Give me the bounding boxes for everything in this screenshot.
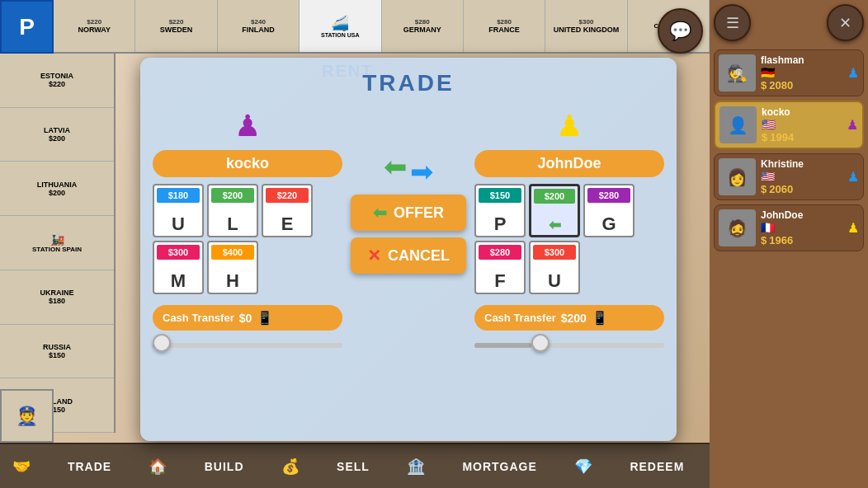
player-avatar-johndoe: 🧔 — [719, 209, 756, 246]
player-info-flashman: flashman 🇩🇪 $ 2080 — [761, 54, 842, 92]
left-cell-station-spain: 🚂 STATION SPAIN — [0, 216, 114, 270]
bottom-nav: 🤝 TRADE 🏠 BUILD 💰 SELL 🏦 MORTGAGE 💎 REDE… — [0, 443, 710, 488]
player-card-kocko[interactable]: 👤 kocko 🇺🇸 $ 1994 ♟ — [714, 101, 864, 149]
redeem-icon: 💎 — [574, 458, 592, 476]
board-cell-0: $220 NORWAY — [54, 0, 135, 52]
build-icon: 🏠 — [149, 458, 167, 476]
property-card-G[interactable]: $280 G — [583, 184, 634, 237]
left-pawn-icon: ♟ — [153, 109, 342, 143]
board-cell-station: 🚄 STATION USA — [300, 0, 381, 52]
player-info-khristine: Khristine 🇺🇸 $ 2060 — [761, 158, 842, 195]
property-card-L[interactable]: $200 L — [207, 184, 258, 237]
chat-icon: 💬 — [669, 21, 691, 42]
right-slider[interactable] — [474, 340, 664, 351]
color-tag-pink: $300 — [157, 245, 200, 260]
player-avatar-khristine: 👩 — [719, 158, 756, 195]
player-card-johndoe[interactable]: 🧔 JohnDoe 🇫🇷 $ 1966 ♟ — [714, 204, 864, 251]
menu-button[interactable]: ☰ — [714, 4, 751, 41]
board-cell-1: $220 SWEDEN — [135, 0, 217, 52]
chat-button[interactable]: 💬 — [658, 8, 703, 54]
left-slider[interactable] — [153, 340, 342, 351]
player-pawn-kocko: ♟ — [847, 117, 858, 133]
player-card-khristine[interactable]: 👩 Khristine 🇺🇸 $ 2060 ♟ — [714, 153, 864, 200]
menu-icon: ☰ — [726, 14, 739, 32]
right-player-label: JohnDoe — [474, 150, 664, 177]
left-calc-icon[interactable]: 📱 — [257, 310, 273, 326]
right-pawn-icon: ♟ — [474, 109, 664, 143]
color-tag-green: $200 — [211, 188, 254, 203]
color-tag-red: $220 — [266, 188, 309, 203]
player-flag-khristine: 🇺🇸 — [761, 170, 842, 183]
player-name-kocko: kocko — [762, 106, 842, 118]
player-flag-kocko: 🇺🇸 — [762, 118, 842, 131]
right-player-panel: ♟ JohnDoe $150 P $200 ⬅ $280 G — [474, 109, 664, 351]
right-cash-amount: $200 — [561, 312, 587, 325]
jail-cell: 👮 — [0, 389, 54, 443]
left-cell-2: LITHUANIA $200 — [0, 162, 114, 216]
property-card-P[interactable]: $150 P — [474, 184, 526, 237]
parking-cell: P — [0, 0, 54, 54]
right-arrow-icon: ➡ — [410, 155, 433, 188]
property-card-H[interactable]: $400 H — [207, 241, 258, 294]
player-info-kocko: kocko 🇺🇸 $ 1994 — [762, 106, 842, 143]
trade-arrows: ⬅ ➡ — [384, 150, 433, 188]
left-arrow-icon: ⬅ — [384, 150, 407, 188]
left-cell-4: RUSSIA $150 — [0, 325, 114, 379]
close-button[interactable]: ✕ — [827, 4, 864, 41]
player-money-khristine: $ 2060 — [761, 183, 842, 195]
color-tag-purple: $280 — [587, 188, 630, 203]
color-tag-teal: $150 — [479, 188, 521, 203]
center-controls: ⬅ ➡ ⬅ OFFER ✕ CANCEL — [351, 109, 466, 274]
redeem-button[interactable]: REDEEM — [616, 453, 697, 480]
cancel-button[interactable]: ✕ CANCEL — [351, 237, 466, 274]
build-button[interactable]: BUILD — [191, 453, 257, 480]
player-card-flashman[interactable]: 🕵️ flashman 🇩🇪 $ 2080 ♟ — [714, 49, 864, 96]
mortgage-icon: 🏦 — [407, 458, 425, 476]
property-card-M[interactable]: $300 M — [153, 241, 204, 294]
left-player-panel: ♟ kocko $180 U $200 L $220 E — [153, 109, 342, 351]
board-cell-3: $280 GERMANY — [382, 0, 464, 52]
player-flag-flashman: 🇩🇪 — [761, 66, 842, 79]
left-cell-3: UKRAINE $180 — [0, 270, 114, 325]
color-tag-orange: $400 — [211, 245, 254, 260]
player-flag-johndoe: 🇫🇷 — [761, 221, 842, 234]
left-cash-amount: $0 — [239, 312, 252, 325]
left-player-label: kocko — [153, 150, 342, 177]
property-card-U2[interactable]: $300 U — [529, 241, 580, 294]
board-area: P $220 NORWAY $220 SWEDEN $240 FINLAND 🚄… — [0, 0, 710, 488]
player-money-johndoe: $ 1966 — [761, 234, 842, 246]
player-money-flashman: $ 2080 — [761, 79, 842, 92]
player-avatar-kocko: 👤 — [719, 106, 757, 143]
board-cell-2: $240 FINLAND — [218, 0, 300, 52]
left-cash-label: Cash Transfer — [163, 312, 234, 324]
board-left-strip: ESTONIA $220 LATVIA $200 LITHUANIA $200 … — [0, 54, 116, 433]
board-cell-4: $280 FRANCE — [464, 0, 545, 52]
right-property-grid: $150 P $200 ⬅ $280 G $280 F — [474, 184, 664, 294]
right-cash-transfer-bar: Cash Transfer $200 📱 — [474, 305, 664, 331]
player-name-johndoe: JohnDoe — [761, 209, 842, 221]
offer-button[interactable]: ⬅ OFFER — [351, 195, 466, 231]
player-name-flashman: flashman — [761, 54, 842, 66]
offer-left-arrow-icon: ⬅ — [373, 203, 387, 223]
trade-area: ♟ kocko $180 U $200 L $220 E — [153, 109, 664, 351]
top-icon-area: 💬 — [658, 8, 703, 54]
mortgage-button[interactable]: MORTGAGE — [449, 453, 550, 480]
player-pawn-flashman: ♟ — [847, 65, 859, 81]
right-top-buttons: ☰ ✕ — [714, 4, 864, 41]
player-pawn-johndoe: ♟ — [847, 220, 859, 236]
property-card-E[interactable]: $220 E — [262, 184, 313, 237]
close-icon: ✕ — [839, 14, 851, 32]
color-tag-pink2: $280 — [479, 245, 521, 260]
property-card-U[interactable]: $180 U — [153, 184, 204, 237]
property-card-F[interactable]: $280 F — [474, 241, 526, 294]
right-calc-icon[interactable]: 📱 — [592, 310, 608, 326]
sell-button[interactable]: SELL — [323, 453, 383, 480]
trade-button[interactable]: TRADE — [54, 453, 125, 480]
color-tag-blue: $180 — [157, 188, 200, 203]
color-tag-green2: $200 — [534, 189, 575, 204]
board-cell-5: $300 UNITED KINGDOM — [545, 0, 627, 52]
left-cell-1: LATVIA $200 — [0, 108, 114, 162]
player-avatar-flashman: 🕵️ — [719, 54, 756, 92]
trade-icon: 🤝 — [12, 458, 31, 476]
property-card-arrow[interactable]: $200 ⬅ — [529, 184, 580, 237]
